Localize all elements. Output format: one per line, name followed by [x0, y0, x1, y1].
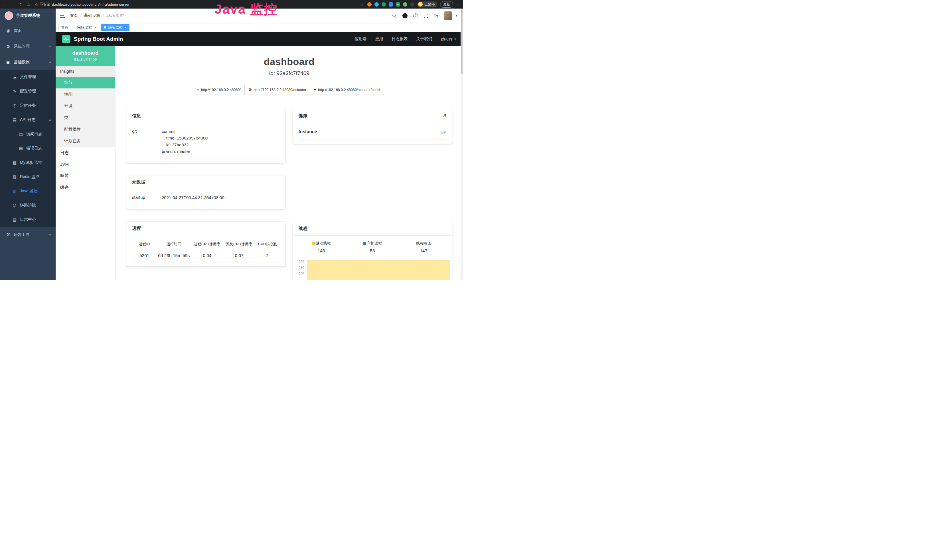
sidebar-menu: ◉首页⚙系统管理∨▣基础设施∧☁文件管理✎配置管理◷定时任务▤API 日志∧▤访…	[0, 23, 56, 242]
health-instance-label: Instance	[299, 129, 317, 135]
link-health-url[interactable]: ♥http://192.168.0.2:48080/actuator/healt…	[310, 85, 385, 94]
sba-nav-applications[interactable]: 应用	[375, 36, 383, 42]
card-title: 信息	[132, 113, 141, 119]
log-center-icon: ▤	[12, 217, 17, 222]
sidebar-item-dev-tools[interactable]: ⚒研发工具∨	[0, 227, 56, 242]
menu-logs[interactable]: 日志	[56, 147, 115, 159]
info-row-git: git commit: time: 1596289704000 id: 27aa…	[126, 125, 286, 163]
system-management-icon: ⚙	[6, 44, 11, 49]
sidebar-item-system-management[interactable]: ⚙系统管理∨	[0, 38, 56, 54]
user-avatar[interactable]	[444, 11, 452, 20]
breadcrumb-home[interactable]: 首页	[70, 13, 78, 18]
sidebar-item-mysql-monitor[interactable]: ▦MySQL 监控	[0, 156, 56, 170]
legend-label-row: 线程峰值	[398, 241, 449, 246]
extension-icon-4[interactable]	[389, 2, 393, 6]
back-icon[interactable]: ←	[3, 2, 8, 6]
health-instance-row[interactable]: Instance UP	[299, 129, 446, 140]
menu-environment[interactable]: 环境	[56, 100, 115, 112]
language-selector[interactable]: zh-CN ▼	[440, 37, 457, 41]
link-base-url[interactable]: ⌂http://192.168.0.2:48080/	[193, 85, 245, 94]
scrollbar-thumb[interactable]	[461, 9, 463, 74]
legend-value: 53	[347, 248, 398, 253]
link-tracing-icon: ◎	[12, 203, 17, 208]
extension-icon-2[interactable]	[374, 2, 379, 6]
sba-logo-icon[interactable]	[62, 35, 70, 43]
legend-label: 活动线程	[316, 241, 331, 246]
github-icon[interactable]	[402, 13, 407, 18]
extension-on-icon[interactable]: on	[396, 2, 400, 6]
update-button[interactable]: 更新	[440, 1, 453, 8]
menu-details[interactable]: 细节	[56, 77, 115, 88]
tab-java-monitor[interactable]: Java 监控×	[101, 24, 130, 31]
link-actuator-url[interactable]: ⚒http://192.168.0.2:48080/actuator	[244, 85, 310, 94]
browser-menu-kebab-icon[interactable]: ⋮	[456, 2, 460, 6]
page-scrollbar[interactable]	[461, 9, 463, 280]
avatar-chevron-down-icon[interactable]: ▼	[455, 14, 458, 17]
sidebar-item-scheduled-jobs[interactable]: ◷定时任务	[0, 98, 56, 113]
menu-classes[interactable]: 类	[56, 112, 115, 124]
app-logo[interactable]: 芋道管理系统	[0, 9, 56, 23]
tab-home[interactable]: 首页	[59, 24, 71, 31]
menu-metrics[interactable]: 性能	[56, 88, 115, 100]
sidebar-item-access-logs[interactable]: ▤访问日志	[0, 127, 56, 141]
sidebar-item-infrastructure[interactable]: ▣基础设施∧	[0, 54, 56, 70]
breadcrumb-infrastructure[interactable]: 基础设施	[84, 13, 100, 18]
close-icon[interactable]: ×	[124, 26, 127, 29]
sidebar-item-label: 配置管理	[20, 89, 51, 94]
search-icon[interactable]	[392, 14, 397, 18]
legend-peak-threads: 线程峰值147	[398, 241, 449, 253]
hamburger-icon[interactable]	[60, 14, 65, 18]
extension-icon-3[interactable]	[381, 2, 386, 6]
main-content: dashboard Id: 93a3fc7f7409 ⌂http://192.1…	[115, 46, 463, 280]
font-size-icon[interactable]: TT	[434, 14, 438, 18]
extension-icon-1[interactable]	[367, 2, 372, 6]
help-icon[interactable]: ?	[413, 14, 418, 18]
process-value: 0.04	[191, 251, 223, 262]
menu-config-properties[interactable]: 配置属性	[56, 124, 115, 135]
menu-mappings[interactable]: 映射	[56, 170, 115, 182]
card-title: 健康	[299, 113, 307, 119]
sidebar-item-config-management[interactable]: ✎配置管理	[0, 84, 56, 98]
sidebar-item-file-management[interactable]: ☁文件管理	[0, 70, 56, 84]
breadcrumb-separator: /	[80, 14, 82, 18]
sba-nav-journal[interactable]: 日志报表	[392, 36, 407, 42]
profile-chip[interactable]: 已暂停	[417, 2, 437, 8]
tab-redis-monitor[interactable]: Redis 监控×	[73, 24, 99, 31]
address-bar[interactable]: ⚠ 不安全 dashboard.yudao.iocoder.cn/infra/a…	[35, 2, 130, 7]
fullscreen-icon[interactable]	[424, 14, 428, 18]
link-label: http://192.168.0.2:48080/	[201, 88, 241, 92]
sidebar-item-link-tracing[interactable]: ◎链路追踪	[0, 198, 56, 212]
sidebar-item-label: Redis 监控	[20, 174, 51, 179]
sidebar-item-java-monitor[interactable]: ▧Java 监控	[0, 184, 56, 198]
sidebar-item-log-center[interactable]: ▤日志中心	[0, 212, 56, 227]
page-title: dashboard	[115, 56, 463, 67]
sidebar-item-api-logs[interactable]: ▤API 日志∧	[0, 113, 56, 127]
sidebar-item-error-logs[interactable]: ▤错误日志	[0, 141, 56, 156]
metadata-value: 2021-04-27T00:44:31.254+08:00	[162, 194, 280, 205]
sba-nav-about[interactable]: 关于我们	[416, 36, 432, 42]
sidebar-item-label: MySQL 监控	[20, 160, 51, 165]
close-icon[interactable]: ×	[94, 26, 96, 29]
sidebar-item-redis-monitor[interactable]: ▥Redis 监控	[0, 170, 56, 184]
insights-section-label[interactable]: Insights	[56, 66, 115, 77]
reload-icon[interactable]: ↻	[18, 2, 23, 6]
sidebar-item-label: 首页	[14, 28, 51, 33]
menu-jvm[interactable]: JVM	[56, 159, 115, 170]
menu-scheduled-tasks[interactable]: 计划任务	[56, 135, 115, 147]
sba-nav-wallboard[interactable]: 应用墙	[354, 36, 366, 42]
page-instance-id: Id: 93a3fc7f7409	[115, 70, 463, 76]
menu-caches[interactable]: 缓存	[56, 182, 115, 193]
bookmark-star-icon[interactable]: ☆	[359, 2, 365, 6]
sidebar-item-home[interactable]: ◉首页	[0, 23, 56, 38]
instance-header[interactable]: dashboard 93a3fc7f7409	[56, 46, 115, 66]
chart-plot-area	[307, 259, 450, 280]
instance-sidebar: dashboard 93a3fc7f7409 Insights 细节性能环境类配…	[56, 46, 115, 280]
history-icon[interactable]: ↺	[442, 113, 446, 119]
card-title: 元数据	[132, 179, 145, 185]
forward-icon[interactable]: →	[11, 2, 16, 6]
extension-plugin-icon[interactable]	[410, 2, 415, 6]
home-icon[interactable]: ⌂	[26, 2, 31, 6]
extension-leaf-icon[interactable]	[403, 2, 407, 6]
sidebar-item-label: 基础设施	[14, 60, 46, 65]
legend-label: 线程峰值	[416, 241, 431, 246]
